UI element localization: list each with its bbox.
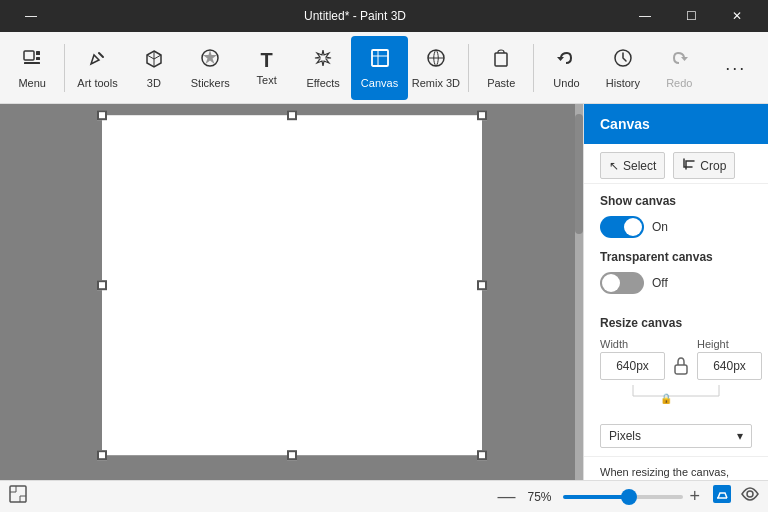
history-label: History [606,77,640,89]
svg-rect-8 [495,53,507,66]
minimize-button[interactable]: — [8,0,54,32]
toolbar-sep-1 [64,44,65,92]
redo-icon [668,47,690,73]
crop-label: Crop [700,159,726,173]
show-canvas-state: On [652,220,668,234]
show-canvas-toggle[interactable] [600,216,644,238]
toolbar-undo[interactable]: Undo [538,36,594,100]
3d-label: 3D [147,77,161,89]
width-label: Width [600,338,665,350]
toolbar-sep-3 [533,44,534,92]
svg-point-18 [747,491,753,497]
effects-label: Effects [306,77,339,89]
link-lines: 🔒 [601,384,751,404]
select-label: Select [623,159,656,173]
toolbar-art-tools[interactable]: Art tools [69,36,125,100]
transparent-canvas-toggle[interactable] [600,272,644,294]
canvas-wrapper [102,115,482,455]
toolbar-stickers[interactable]: Stickers [182,36,238,100]
zoom-slider[interactable] [563,495,683,499]
art-tools-label: Art tools [77,77,117,89]
handle-mr[interactable] [477,280,487,290]
toolbar-text[interactable]: T Text [239,36,295,100]
minimize-button[interactable]: — [622,0,668,32]
pen-icon[interactable] [712,484,732,509]
handle-tl[interactable] [97,110,107,120]
crop-tool-button[interactable]: Crop [673,152,735,179]
transparent-canvas-state: Off [652,276,668,290]
art-tools-icon [86,47,108,73]
lock-icon [673,356,689,376]
canvas-size-icon[interactable] [8,484,28,509]
canvas-scrollbar[interactable] [575,104,583,480]
toolbar-canvas[interactable]: Canvas [351,36,407,100]
panel-header: Canvas [584,104,768,144]
toolbar-sep-2 [468,44,469,92]
transparent-canvas-toggle-row: Off [600,272,752,294]
handle-tm[interactable] [287,110,297,120]
zoom-minus-button[interactable]: — [497,486,515,507]
handle-br[interactable] [477,450,487,460]
panel-tools: ↖ Select Crop [584,144,768,184]
toolbar-history[interactable]: History [595,36,651,100]
text-label: Text [257,74,277,86]
svg-text:🔒: 🔒 [660,392,673,404]
effects-icon [312,47,334,73]
handle-bm[interactable] [287,450,297,460]
handle-bl[interactable] [97,450,107,460]
eye-icon[interactable] [740,484,760,509]
units-dropdown[interactable]: Pixels ▾ [600,424,752,448]
toolbar-more[interactable]: ··· [708,36,764,100]
crop-icon [682,157,696,174]
height-input[interactable] [697,352,762,380]
width-group: Width [600,338,665,380]
show-canvas-label: Show canvas [600,194,752,208]
toolbar-redo[interactable]: Redo [651,36,707,100]
toolbar-effects[interactable]: Effects [295,36,351,100]
menu-icon [21,47,43,73]
svg-rect-2 [36,57,40,60]
adjust-text: When resizing the canvas, adjust my imag… [600,465,752,480]
zoom-plus-button[interactable]: + [689,486,700,507]
lock-icon-wrap [673,352,689,380]
show-canvas-thumb [624,218,642,236]
remix3d-icon [425,47,447,73]
toolbar: Menu Art tools 3D Stickers T Text Effect… [0,32,768,104]
width-input[interactable] [600,352,665,380]
status-bar: — 75% + [0,480,768,512]
transparent-canvas-label: Transparent canvas [600,250,752,264]
zoom-controls: — 75% + [497,486,700,507]
scrollbar-thumb[interactable] [575,114,583,234]
menu-label: Menu [18,77,46,89]
stickers-label: Stickers [191,77,230,89]
window-title: Untitled* - Paint 3D [88,9,622,23]
canvas-label: Canvas [361,77,398,89]
canvas-icon [369,47,391,73]
handle-ml[interactable] [97,280,107,290]
svg-rect-0 [24,51,34,60]
svg-rect-16 [713,485,731,503]
title-bar: — Untitled* - Paint 3D — ☐ ✕ [0,0,768,32]
toolbar-menu[interactable]: Menu [4,36,60,100]
maximize-button[interactable]: ☐ [668,0,714,32]
undo-label: Undo [553,77,579,89]
canvas-area[interactable] [0,104,583,480]
zoom-level: 75% [521,490,557,504]
remix3d-label: Remix 3D [412,77,460,89]
svg-line-4 [99,53,103,57]
panel-title: Canvas [600,116,650,132]
handle-tr[interactable] [477,110,487,120]
adjust-section: When resizing the canvas, adjust my imag… [584,456,768,480]
select-icon: ↖ [609,159,619,173]
canvas-content [102,115,482,455]
toolbar-paste[interactable]: Paste [473,36,529,100]
toolbar-remix3d[interactable]: Remix 3D [408,36,464,100]
toolbar-3d[interactable]: 3D [126,36,182,100]
close-button[interactable]: ✕ [714,0,760,32]
more-icon: ··· [725,59,746,77]
svg-rect-1 [36,51,40,55]
select-tool-button[interactable]: ↖ Select [600,152,665,179]
svg-rect-15 [10,486,26,502]
text-icon: T [261,50,273,70]
undo-icon [555,47,577,73]
